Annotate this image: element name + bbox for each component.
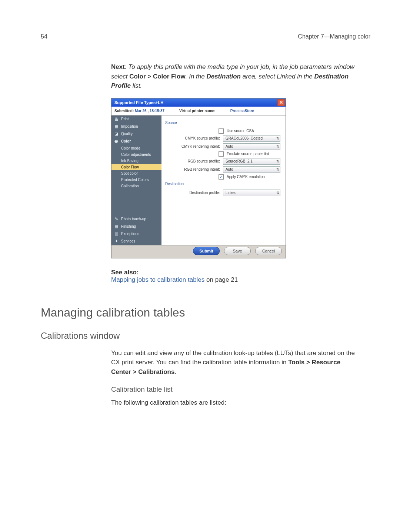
chapter-label: Chapter 7—Managing color (298, 33, 370, 40)
cmyk-src-value: GRACoL2006_Coated (226, 136, 263, 140)
save-button[interactable]: Save (224, 247, 251, 255)
next-text-2: . In the (186, 73, 207, 80)
sub-calibration[interactable]: Calibration (111, 183, 161, 189)
emulate-checkbox[interactable] (219, 151, 224, 157)
sidebar-item-color[interactable]: ◉Color (111, 138, 161, 145)
see-also-tail: on page 21 (204, 276, 238, 283)
color-icon: ◉ (114, 139, 119, 144)
close-icon[interactable]: ✕ (277, 99, 285, 106)
calib-text-c: . (174, 368, 176, 375)
chevron-updown-icon: ⇅ (276, 168, 279, 171)
next-text-3: area, select Linked in the (241, 73, 314, 80)
sidebar-item-label: Color (121, 139, 131, 143)
emulate-label: Emulate source paper tint (227, 152, 280, 156)
sidebar-item-quality[interactable]: ◪Quality (111, 130, 161, 138)
vpn-label: Virtual printer name: (179, 109, 216, 113)
row-apply-cmyk-emulation: ✓ Apply CMYK emulation (165, 174, 280, 180)
submitted-value: Mar 26 , 18:15:37 (135, 109, 164, 113)
sidebar-item-finishing[interactable]: ▤Finishing (111, 223, 161, 230)
sidebar-item-label: Services (121, 239, 135, 243)
menu-path: Color > Color Flow (129, 73, 186, 80)
sidebar-item-label: Imposition (121, 124, 138, 128)
see-also-link[interactable]: Mapping jobs to calibration tables (111, 276, 204, 283)
print-icon: 🖶 (114, 117, 119, 122)
cmyk-ri-label: CMYK rendering intent: (181, 144, 220, 148)
sub-protected-colors[interactable]: Protected Colors (111, 177, 161, 183)
photo-icon: ✎ (114, 217, 119, 222)
sub-ink-saving[interactable]: Ink Saving (111, 158, 161, 164)
page-header: 54 Chapter 7—Managing color (41, 33, 370, 40)
window-title: Supported File Types+LH (114, 100, 163, 105)
next-sep: : (125, 63, 128, 70)
rgb-src-value: SourceRGB_2.1 (226, 159, 253, 163)
sidebar-item-label: Print (121, 117, 129, 121)
calibrations-paragraph: You can edit and view any of the calibra… (111, 348, 356, 377)
apply-cmyk-label: Apply CMYK emulation (227, 175, 280, 179)
vpn-value: ProcessStore (230, 109, 254, 113)
sidebar-item-imposition[interactable]: ▦Imposition (111, 123, 161, 130)
next-text-4: list. (131, 82, 142, 89)
cmyk-src-select[interactable]: GRACoL2006_Coated⇅ (223, 135, 280, 142)
cmyk-src-label: CMYK source profile: (185, 136, 220, 140)
see-also-line: Mapping jobs to calibration tables on pa… (111, 276, 356, 284)
dest-value: Linked (226, 191, 236, 195)
rgb-ri-select[interactable]: Auto⇅ (223, 166, 280, 173)
job-parameters-window: Supported File Types+LH ✕ Submitted: Mar… (111, 98, 286, 258)
sidebar-item-label: Quality (121, 132, 133, 136)
row-emulate-paper-tint: Emulate source paper tint (165, 151, 280, 157)
finishing-icon: ▤ (114, 224, 119, 229)
sidebar-item-services[interactable]: ✦Services (111, 238, 161, 245)
submitted-field: Submitted: Mar 26 , 18:15:37 (114, 109, 164, 113)
cmyk-ri-select[interactable]: Auto⇅ (223, 143, 280, 150)
cancel-button[interactable]: Cancel (255, 247, 282, 255)
info-bar: Submitted: Mar 26 , 18:15:37 Virtual pri… (111, 107, 286, 116)
imposition-icon: ▦ (114, 124, 119, 129)
see-also-heading: See also: (111, 269, 356, 276)
sub-color-adjustments[interactable]: Color adjustments (111, 151, 161, 158)
sidebar-item-label: Exceptions (121, 232, 139, 236)
main-row: 🖶Print ▦Imposition ◪Quality ◉Color Color… (111, 116, 286, 245)
titlebar: Supported File Types+LH ✕ (111, 98, 286, 107)
next-instruction: Next: To apply this profile with the med… (111, 62, 356, 91)
see-also-block: See also: Mapping jobs to calibration ta… (111, 269, 356, 284)
sidebar-item-label: Finishing (121, 224, 136, 228)
dest-select[interactable]: Linked⇅ (223, 190, 280, 196)
h2-calibrations-window: Calibrations window (41, 331, 356, 341)
quality-icon: ◪ (114, 131, 119, 137)
h3-calibration-table-list: Calibration table list (111, 385, 356, 394)
row-cmyk-rendering-intent: CMYK rendering intent: Auto⇅ (165, 143, 280, 150)
chevron-updown-icon: ⇅ (276, 160, 279, 163)
rgb-src-label: RGB source profile: (188, 159, 220, 163)
row-rgb-rendering-intent: RGB rendering intent: Auto⇅ (165, 166, 280, 173)
page-number: 54 (41, 33, 47, 40)
section-destination-label: Destination (165, 182, 280, 186)
dest-label: Destination profile: (189, 191, 220, 195)
services-icon: ✦ (114, 239, 119, 244)
section-source-label: Source (165, 121, 280, 125)
apply-cmyk-checkbox[interactable]: ✓ (219, 174, 224, 180)
sub-color-mode[interactable]: Color mode (111, 145, 161, 151)
chevron-updown-icon: ⇅ (276, 145, 279, 148)
sub-color-flow[interactable]: Color Flow (111, 164, 161, 170)
sidebar-item-print[interactable]: 🖶Print (111, 116, 161, 123)
sidebar-spacer (111, 189, 161, 215)
button-bar: Submit Save Cancel (111, 245, 286, 258)
vpn-field: Virtual printer name: (179, 109, 216, 113)
sidebar-item-exceptions[interactable]: ▥Exceptions (111, 230, 161, 238)
use-source-csa-checkbox[interactable] (219, 128, 224, 134)
chevron-updown-icon: ⇅ (276, 191, 279, 195)
sidebar-item-photo-touch-up[interactable]: ✎Photo touch-up (111, 215, 161, 223)
page: 54 Chapter 7—Managing color Next: To app… (0, 0, 400, 532)
sidebar: 🖶Print ▦Imposition ◪Quality ◉Color Color… (111, 116, 161, 245)
rgb-src-select[interactable]: SourceRGB_2.1⇅ (223, 158, 280, 165)
cmyk-ri-value: Auto (226, 144, 233, 148)
row-cmyk-source-profile: CMYK source profile: GRACoL2006_Coated⇅ (165, 135, 280, 142)
list-intro: The following calibration tables are lis… (111, 398, 356, 408)
submit-button[interactable]: Submit (193, 247, 220, 255)
chevron-updown-icon: ⇅ (276, 137, 279, 140)
submitted-label: Submitted: (114, 109, 134, 113)
sidebar-item-label: Photo touch-up (121, 217, 146, 221)
h1-managing-calibration-tables: Managing calibration tables (41, 306, 356, 319)
sub-spot-color[interactable]: Spot color (111, 170, 161, 177)
body-column: Next: To apply this profile with the med… (111, 62, 356, 408)
